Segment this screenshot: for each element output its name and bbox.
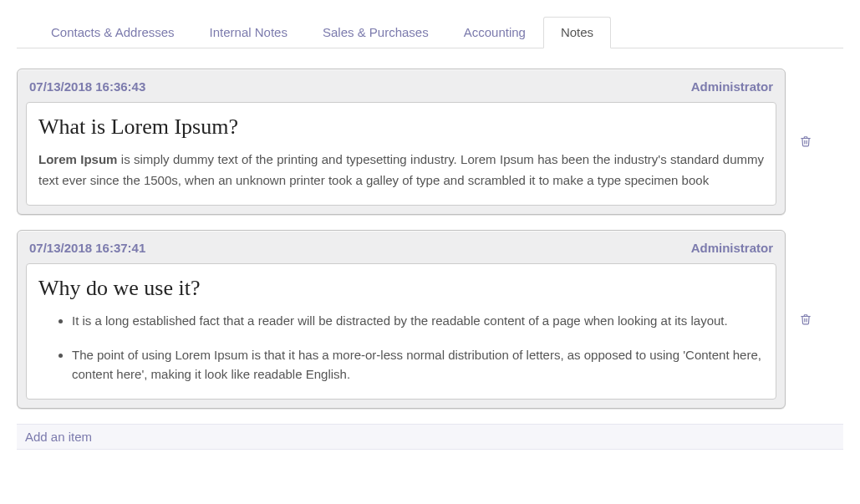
tab-notes[interactable]: Notes (543, 17, 611, 48)
note-row: 07/13/2018 16:36:43 Administrator What i… (17, 69, 843, 215)
tab-accounting[interactable]: Accounting (446, 17, 543, 48)
note-rest: is simply dummy text of the printing and… (38, 152, 764, 187)
trash-icon[interactable] (797, 313, 814, 325)
note-title: Why do we use it? (38, 276, 764, 301)
note-header: 07/13/2018 16:36:43 Administrator (18, 69, 785, 102)
note-text: Lorem Ipsum is simply dummy text of the … (38, 150, 764, 191)
trash-icon[interactable] (797, 135, 814, 147)
note-body: What is Lorem Ipsum? Lorem Ipsum is simp… (26, 102, 776, 206)
note-author: Administrator (691, 79, 773, 94)
note-lead: Lorem Ipsum (38, 152, 117, 166)
note-row: 07/13/2018 16:37:41 Administrator Why do… (17, 230, 843, 410)
list-item: The point of using Lorem Ipsum is that i… (72, 345, 764, 384)
note-timestamp: 07/13/2018 16:37:41 (29, 241, 145, 255)
tab-sales-purchases[interactable]: Sales & Purchases (305, 17, 446, 48)
note-card: 07/13/2018 16:37:41 Administrator Why do… (17, 230, 786, 410)
note-author: Administrator (691, 241, 773, 255)
note-body: Why do we use it? It is a long establish… (26, 263, 776, 400)
note-bullets: It is a long established fact that a rea… (38, 311, 764, 384)
add-item-button[interactable]: Add an item (17, 424, 843, 450)
note-timestamp: 07/13/2018 16:36:43 (29, 79, 145, 94)
tab-internal-notes[interactable]: Internal Notes (192, 17, 305, 48)
tab-bar: Contacts & Addresses Internal Notes Sale… (17, 17, 843, 48)
notes-list: 07/13/2018 16:36:43 Administrator What i… (17, 48, 843, 450)
list-item: It is a long established fact that a rea… (72, 311, 764, 330)
tab-contacts-addresses[interactable]: Contacts & Addresses (33, 17, 192, 48)
note-title: What is Lorem Ipsum? (38, 115, 764, 140)
note-card: 07/13/2018 16:36:43 Administrator What i… (17, 69, 786, 215)
note-header: 07/13/2018 16:37:41 Administrator (18, 231, 785, 263)
